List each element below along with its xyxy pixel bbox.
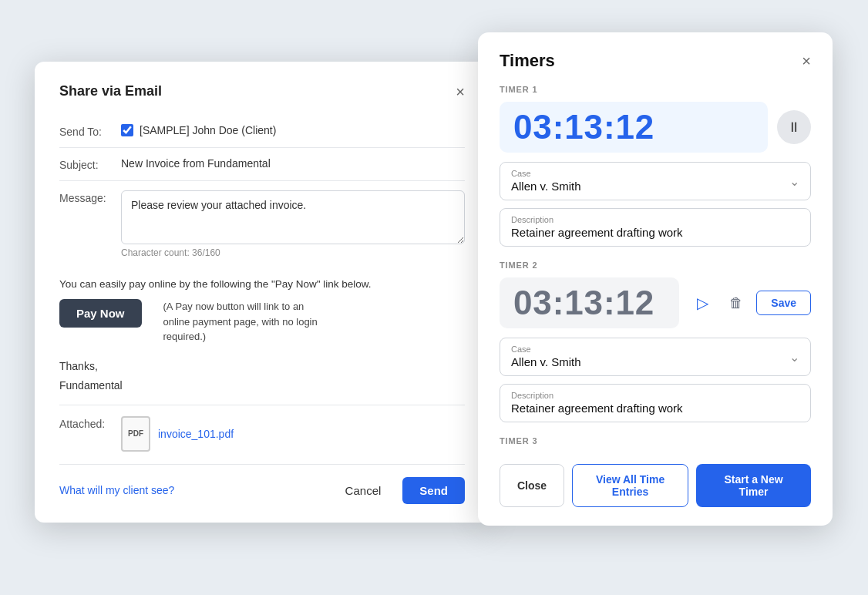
- pay-now-button[interactable]: Pay Now: [59, 299, 142, 328]
- timer-1-case-select[interactable]: Case Allen v. Smith ⌄: [511, 169, 799, 193]
- timer-2-description-label: Description: [511, 391, 799, 400]
- timers-modal: Timers × TIMER 1 03:13:12 ⏸ Case Allen v…: [478, 32, 833, 526]
- timer-1-pause-button[interactable]: ⏸: [777, 110, 811, 144]
- email-modal: Share via Email × Send To: [SAMPLE] John…: [35, 62, 490, 523]
- message-textarea[interactable]: Please review your attached invoice.: [121, 190, 465, 244]
- pay-section: You can easily pay online by the followi…: [59, 267, 465, 351]
- email-modal-close-button[interactable]: ×: [456, 84, 465, 99]
- send-to-recipient: [SAMPLE] John Doe (Client): [140, 124, 276, 136]
- send-to-row: Send To: [SAMPLE] John Doe (Client): [59, 115, 465, 148]
- attached-label: Attached:: [59, 416, 121, 430]
- delete-icon: 🗑: [729, 295, 743, 311]
- timers-footer: Close View All Time Entries Start a New …: [500, 459, 811, 507]
- timers-modal-header: Timers ×: [500, 51, 811, 71]
- pay-aside-note: (A Pay now button will link to an online…: [163, 299, 333, 345]
- send-to-label: Send To:: [59, 124, 121, 138]
- subject-label: Subject:: [59, 157, 121, 171]
- timer-2-case-chevron-icon: ⌄: [789, 350, 799, 365]
- email-modal-title: Share via Email: [59, 83, 162, 99]
- timer-1-label: TIMER 1: [500, 85, 811, 94]
- message-label: Message:: [59, 190, 121, 204]
- attached-row: Attached: PDF invoice_101.pdf: [59, 405, 465, 458]
- view-all-time-entries-button[interactable]: View All Time Entries: [572, 464, 688, 507]
- pdf-icon: PDF: [121, 416, 150, 452]
- timers-modal-close-button[interactable]: ×: [802, 53, 811, 69]
- timers-modal-title: Timers: [500, 51, 555, 71]
- timer-2-play-button[interactable]: ▷: [688, 289, 716, 317]
- timer-3-section: TIMER 3: [500, 436, 811, 445]
- pdf-icon-text: PDF: [128, 429, 143, 438]
- timer-1-case-field[interactable]: Case Allen v. Smith ⌄: [500, 162, 811, 200]
- message-row: Message: Please review your attached inv…: [59, 181, 465, 267]
- timer-2-case-label: Case: [511, 345, 581, 354]
- send-button[interactable]: Send: [402, 477, 465, 504]
- timer-2-description-field: Description Retainer agreement drafting …: [500, 384, 811, 422]
- timer-1-section: TIMER 1 03:13:12 ⏸ Case Allen v. Smith ⌄…: [500, 85, 811, 247]
- timer-2-case-value: Allen v. Smith: [511, 355, 581, 368]
- email-modal-header: Share via Email ×: [59, 83, 465, 99]
- timer-2-display-row: 03:13:12 ▷ 🗑 Save: [500, 277, 811, 328]
- timer-1-case-label: Case: [511, 169, 581, 178]
- send-to-value: [SAMPLE] John Doe (Client): [121, 124, 465, 136]
- timer-1-display-row: 03:13:12 ⏸: [500, 102, 811, 153]
- cancel-button[interactable]: Cancel: [333, 478, 394, 503]
- send-to-checkbox[interactable]: [121, 124, 133, 136]
- timer-2-save-button[interactable]: Save: [756, 291, 811, 315]
- subject-value: New Invoice from Fundamental: [121, 157, 465, 170]
- what-client-see-button[interactable]: What will my client see?: [59, 484, 174, 496]
- thanks-line1: Thanks,: [59, 357, 465, 376]
- email-modal-footer: What will my client see? Cancel Send: [59, 464, 465, 504]
- timer-3-label: TIMER 3: [500, 436, 811, 445]
- timer-2-case-select[interactable]: Case Allen v. Smith ⌄: [511, 345, 799, 369]
- timer-2-description-value: Retainer agreement drafting work: [511, 402, 683, 415]
- thanks-line2: Fundamental: [59, 376, 465, 395]
- timer-2-time: 03:13:12: [500, 277, 679, 328]
- timer-1-case-chevron-icon: ⌄: [789, 174, 799, 189]
- start-new-timer-button[interactable]: Start a New Timer: [696, 464, 811, 507]
- timer-2-actions: ▷ 🗑 Save: [688, 289, 811, 317]
- timer-1-time: 03:13:12: [500, 102, 768, 153]
- timer-2-label: TIMER 2: [500, 261, 811, 270]
- timer-2-section: TIMER 2 03:13:12 ▷ 🗑 Save Case Allen v. …: [500, 261, 811, 422]
- play-icon: ▷: [697, 294, 708, 312]
- pause-icon: ⏸: [787, 119, 801, 136]
- char-count: Character count: 36/160: [121, 247, 220, 258]
- timer-1-case-value: Allen v. Smith: [511, 180, 581, 193]
- timers-close-button[interactable]: Close: [500, 464, 564, 507]
- subject-row: Subject: New Invoice from Fundamental: [59, 148, 465, 181]
- timer-1-description-field: Description Retainer agreement drafting …: [500, 208, 811, 247]
- pdf-filename-link[interactable]: invoice_101.pdf: [158, 416, 234, 452]
- thanks-section: Thanks, Fundamental: [59, 351, 465, 398]
- pay-note: You can easily pay online by the followi…: [59, 278, 465, 290]
- timer-1-description-label: Description: [511, 215, 799, 224]
- timer-2-case-field[interactable]: Case Allen v. Smith ⌄: [500, 338, 811, 376]
- timer-2-delete-button[interactable]: 🗑: [722, 289, 750, 317]
- timer-1-description-value: Retainer agreement drafting work: [511, 226, 683, 239]
